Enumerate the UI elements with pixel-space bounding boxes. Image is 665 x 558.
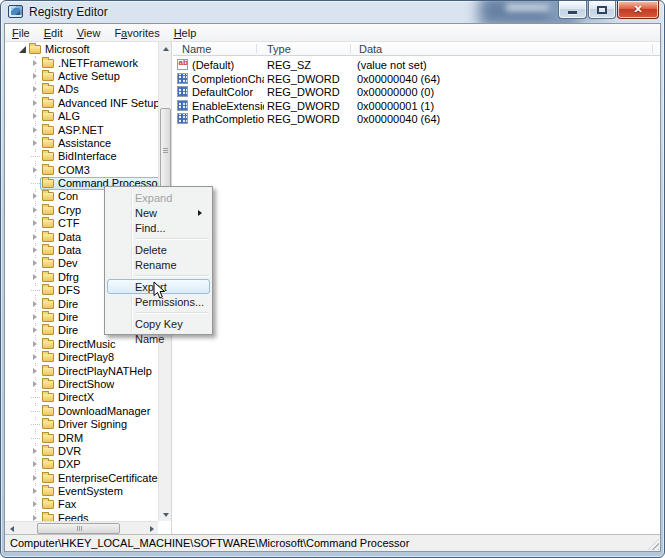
tree-expander-icon[interactable] [31, 500, 40, 509]
tree-item[interactable]: DXP [5, 458, 158, 471]
tree-expander-icon[interactable] [31, 259, 40, 268]
tree-expander-icon[interactable] [31, 380, 40, 389]
tree-expander-icon[interactable] [31, 420, 40, 429]
context-menu-item[interactable]: Expand [107, 190, 210, 205]
tree-item[interactable]: .NETFramework [5, 56, 158, 69]
context-menu-item[interactable]: New [107, 205, 210, 220]
tree-item[interactable]: Advanced INF Setup [5, 97, 158, 110]
scroll-up-button[interactable] [159, 42, 172, 55]
tree-expander-icon[interactable] [31, 99, 40, 108]
tree-expander-icon[interactable] [31, 300, 40, 309]
context-menu-item[interactable]: Find... [107, 220, 210, 235]
tree-expander-icon[interactable] [31, 326, 40, 335]
tree-item-body[interactable]: Driver Signing [40, 418, 130, 431]
context-menu-item[interactable]: Delete [107, 242, 210, 257]
tree-expander-icon[interactable] [31, 474, 40, 483]
registry-value-row[interactable]: DefaultColor REG_DWORD 0x00000000 (0) [173, 85, 660, 99]
tree-item[interactable]: EventSystem [5, 485, 158, 498]
tree-expander-icon[interactable] [31, 367, 40, 376]
tree-expander-icon[interactable] [31, 206, 40, 215]
tree-expander-icon[interactable] [31, 192, 40, 201]
menubar-item[interactable]: View [70, 25, 108, 41]
tree-expander-icon[interactable] [31, 313, 40, 322]
tree-item-body[interactable]: DownloadManager [40, 405, 153, 418]
tree-expander-icon[interactable] [31, 514, 40, 521]
tree-item[interactable]: ALG [5, 110, 158, 123]
column-header-name[interactable]: Name [173, 43, 211, 55]
tree-expander-icon[interactable] [31, 219, 40, 228]
tree-item[interactable]: Driver Signing [5, 418, 158, 431]
tree-item-body[interactable]: DirectShow [40, 378, 117, 391]
tree-item[interactable]: Feeds [5, 512, 158, 521]
tree-item[interactable]: Fax [5, 498, 158, 511]
tree-item-body[interactable]: DirectMusic [40, 338, 118, 351]
tree-item[interactable]: DirectPlayNATHelp [5, 364, 158, 377]
tree-expander-icon[interactable] [31, 179, 40, 188]
tree-item-body[interactable]: Dire [40, 324, 81, 337]
tree-expander-icon[interactable] [31, 112, 40, 121]
tree-item[interactable]: Microsoft [5, 43, 158, 56]
tree-expander-icon[interactable] [31, 59, 40, 68]
tree-item[interactable]: ASP.NET [5, 123, 158, 136]
context-menu-item[interactable]: Rename [107, 257, 210, 272]
tree-item[interactable]: DownloadManager [5, 405, 158, 418]
tree-item-body[interactable]: .NETFramework [40, 57, 141, 70]
tree-item-body[interactable]: COM3 [40, 164, 93, 177]
menubar-item[interactable]: File [5, 25, 37, 41]
tree-expander-icon[interactable] [31, 434, 40, 443]
tree-expander-icon[interactable] [31, 393, 40, 402]
tree-item-body[interactable]: DFS [40, 284, 83, 297]
tree-item-body[interactable]: ASP.NET [40, 124, 107, 137]
tree-expander-icon[interactable] [31, 152, 40, 161]
registry-value-row[interactable]: PathCompletion... REG_DWORD 0x00000040 (… [173, 112, 660, 126]
tree-item-body[interactable]: DRM [40, 432, 86, 445]
tree-expander-icon[interactable] [31, 353, 40, 362]
tree-item-body[interactable]: Data [40, 244, 84, 257]
tree-item-body[interactable]: DirectPlayNATHelp [40, 365, 155, 378]
tree-item[interactable]: DirectPlay8 [5, 351, 158, 364]
tree-item-body[interactable]: EventSystem [40, 485, 126, 498]
tree-item-body[interactable]: Assistance [40, 137, 114, 150]
tree-item-body[interactable]: Fax [40, 498, 79, 511]
column-header-type[interactable]: Type [258, 43, 291, 55]
tree-expander-icon[interactable] [31, 273, 40, 282]
title-bar[interactable]: Registry Editor ✕ [1, 1, 664, 23]
tree-item-body[interactable]: ADs [40, 83, 82, 96]
tree-expander-icon[interactable] [31, 246, 40, 255]
horizontal-scroll-thumb[interactable] [37, 523, 120, 534]
tree-item[interactable]: BidInterface [5, 150, 158, 163]
tree-item-body[interactable]: Active Setup [40, 70, 123, 83]
tree-item-body[interactable]: Cryp [40, 204, 84, 217]
tree-item-body[interactable]: EnterpriseCertificates [40, 472, 158, 485]
tree-expander-icon[interactable] [31, 447, 40, 456]
menubar-item[interactable]: Help [167, 25, 204, 41]
tree-item[interactable]: ADs [5, 83, 158, 96]
tree-horizontal-scrollbar[interactable] [5, 521, 158, 534]
tree-item-body[interactable]: DXP [40, 458, 84, 471]
registry-value-row[interactable]: CompletionChar REG_DWORD 0x00000040 (64) [173, 72, 660, 86]
tree-item-body[interactable]: DirectPlay8 [40, 351, 117, 364]
tree-item[interactable]: DirectShow [5, 378, 158, 391]
context-menu-item[interactable] [135, 238, 209, 239]
tree-item[interactable]: DRM [5, 431, 158, 444]
menubar-item[interactable]: Edit [37, 25, 70, 41]
tree-expander-icon[interactable] [31, 166, 40, 175]
tree-expander-icon[interactable] [18, 45, 27, 54]
tree-item-body[interactable]: Dire [40, 298, 81, 311]
tree-expander-icon[interactable] [31, 139, 40, 148]
tree-item-body[interactable]: Con [40, 190, 81, 203]
tree-item[interactable]: Active Setup [5, 70, 158, 83]
tree-item-body[interactable]: Dfrg [40, 271, 82, 284]
resize-grip[interactable] [648, 539, 659, 550]
tree-expander-icon[interactable] [31, 487, 40, 496]
tree-item-body[interactable]: BidInterface [40, 150, 120, 163]
registry-value-row[interactable]: EnableExtensions REG_DWORD 0x00000001 (1… [173, 99, 660, 113]
tree-expander-icon[interactable] [31, 126, 40, 135]
tree-item[interactable]: Assistance [5, 137, 158, 150]
tree-expander-icon[interactable] [31, 72, 40, 81]
minimize-button[interactable] [558, 1, 587, 19]
vertical-scroll-thumb[interactable] [160, 108, 171, 192]
tree-item[interactable]: COM3 [5, 164, 158, 177]
close-button[interactable]: ✕ [617, 1, 659, 19]
tree-item-body[interactable]: ALG [40, 110, 83, 123]
